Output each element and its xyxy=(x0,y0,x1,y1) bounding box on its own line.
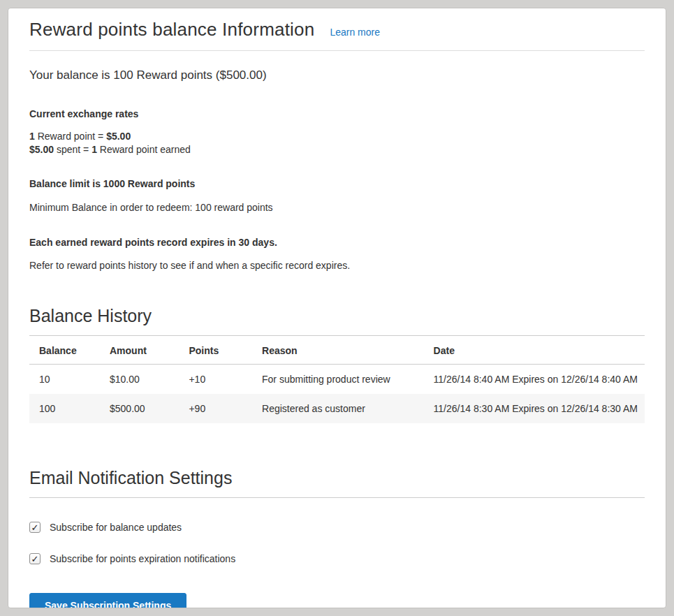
cell-amount: $10.00 xyxy=(103,365,182,395)
table-row: 100 $500.00 +90 Registered as customer 1… xyxy=(29,394,645,423)
page-title: Reward points balance Information xyxy=(29,19,314,41)
page-background: Reward points balance Information Learn … xyxy=(0,0,674,616)
email-settings-heading: Email Notification Settings xyxy=(29,468,645,498)
minimum-redeem-text: Minimum Balance in order to redeem: 100 … xyxy=(29,201,645,214)
expiration-notifications-checkbox[interactable]: ✓ xyxy=(29,553,41,564)
cell-reason: Registered as customer xyxy=(255,394,427,423)
rate2-amount: $5.00 xyxy=(29,144,54,155)
cell-amount: $500.00 xyxy=(103,394,182,423)
rate1-amount: $5.00 xyxy=(106,131,131,142)
checkmark-icon: ✓ xyxy=(31,554,39,563)
cell-reason: For submitting product review xyxy=(255,365,427,395)
learn-more-link[interactable]: Learn more xyxy=(330,27,380,38)
checkbox-label: Subscribe for points expiration notifica… xyxy=(50,553,235,564)
balance-history-section: Balance History Balance Amount Points Re… xyxy=(29,306,645,423)
cell-balance: 10 xyxy=(29,365,103,395)
column-header-points: Points xyxy=(182,336,255,365)
cell-points: +90 xyxy=(182,394,255,423)
rate1-points: 1 xyxy=(29,131,35,142)
rate2-mid: spent = xyxy=(54,144,91,155)
expiration-note-text: Refer to reward points history to see if… xyxy=(29,259,645,272)
column-header-amount: Amount xyxy=(103,336,182,365)
column-header-reason: Reason xyxy=(255,336,427,365)
exchange-rates-heading: Current exchange rates xyxy=(29,108,645,121)
column-header-balance: Balance xyxy=(29,336,103,365)
rate2-points: 1 xyxy=(91,144,97,155)
reward-points-card: Reward points balance Information Learn … xyxy=(8,8,666,608)
exchange-rates-text: 1 Reward point = $5.00$5.00 spent = 1 Re… xyxy=(29,130,645,156)
balance-summary: Your balance is 100 Reward points ($500.… xyxy=(29,68,645,82)
balance-limit-text: Balance limit is 1000 Reward points xyxy=(29,177,645,191)
table-header-row: Balance Amount Points Reason Date xyxy=(29,336,645,365)
checkmark-icon: ✓ xyxy=(31,522,39,531)
cell-balance: 100 xyxy=(29,394,103,423)
cell-date: 11/26/14 8:30 AM Expires on 12/26/14 8:3… xyxy=(427,394,645,423)
rate1-mid: Reward point = xyxy=(35,131,106,142)
balance-updates-checkbox[interactable]: ✓ xyxy=(29,522,41,533)
cell-date: 11/26/14 8:40 AM Expires on 12/26/14 8:4… xyxy=(427,365,645,395)
subscribe-expiration-notifications-row: ✓ Subscribe for points expiration notifi… xyxy=(29,553,645,564)
rate2-tail: Reward point earned xyxy=(97,144,191,155)
subscribe-balance-updates-row: ✓ Subscribe for balance updates xyxy=(29,522,645,533)
save-subscription-settings-button[interactable]: Save Subscription Settings xyxy=(29,593,186,608)
cell-points: +10 xyxy=(182,365,255,395)
balance-history-heading: Balance History xyxy=(29,306,645,336)
expiration-rule-text: Each earned reward points record expires… xyxy=(29,236,645,249)
checkbox-label: Subscribe for balance updates xyxy=(50,522,182,533)
column-header-date: Date xyxy=(427,336,645,365)
table-row: 10 $10.00 +10 For submitting product rev… xyxy=(29,365,645,395)
page-header: Reward points balance Information Learn … xyxy=(29,19,645,51)
balance-history-table: Balance Amount Points Reason Date 10 $10… xyxy=(29,336,645,423)
email-notification-section: Email Notification Settings ✓ Subscribe … xyxy=(29,468,645,608)
